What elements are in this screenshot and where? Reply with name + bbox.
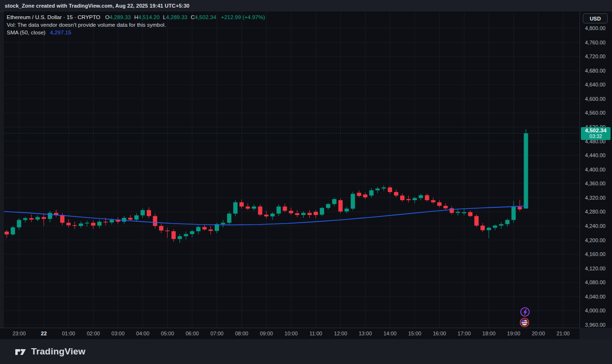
time-tick-label: 22	[41, 331, 47, 336]
candle	[314, 212, 318, 215]
candle	[512, 207, 516, 220]
candle	[17, 220, 21, 227]
candle	[196, 227, 200, 231]
candle	[264, 214, 269, 216]
candle	[357, 193, 361, 196]
time-tick-label: 15:00	[408, 331, 422, 336]
candle	[258, 206, 262, 214]
candle	[339, 200, 343, 212]
candle	[363, 194, 367, 197]
candle	[153, 216, 157, 226]
price-tick-label: 4,720.00	[580, 54, 611, 59]
candle	[42, 217, 46, 219]
symbol-description: Ethereum / U.S. Dollar · 15 · CRYPTO	[7, 14, 100, 20]
price-tick-label: 4,600.00	[580, 96, 611, 102]
ohlc-values: O4,289.33H4,514.20L4,289.33C4,502.34	[102, 14, 216, 20]
tradingview-logo[interactable]: TradingView	[14, 345, 86, 358]
candle	[443, 206, 448, 208]
candle	[375, 189, 380, 191]
sma-indicator-value: 4,297.15	[50, 30, 71, 35]
candle	[320, 208, 324, 214]
price-tick-label: 3,960.00	[580, 322, 611, 328]
candle	[147, 210, 151, 216]
volume-status-text: Vol: The data vendor doesn't provide vol…	[7, 22, 166, 28]
change-value: +212.99 (+4.97%)	[221, 14, 265, 20]
candle	[326, 204, 330, 208]
price-tick-label: 4,080.00	[580, 279, 611, 285]
candle	[122, 218, 126, 222]
price-tick-label: 4,440.00	[580, 152, 611, 158]
time-axis[interactable]: 23:002201:0002:0003:0004:0005:0006:0007:…	[0, 328, 579, 340]
candle	[462, 212, 466, 213]
candle	[66, 223, 71, 225]
tradingview-logo-text: TradingView	[31, 346, 86, 357]
price-tick-label: 4,040.00	[580, 294, 611, 300]
candle	[505, 220, 510, 224]
candle	[406, 199, 411, 200]
candle	[468, 212, 472, 216]
candle	[289, 211, 293, 213]
price-tick-label: 4,360.00	[580, 181, 611, 186]
price-tick-label: 4,240.00	[580, 223, 611, 229]
time-tick-label: 20:00	[532, 331, 545, 336]
candle	[48, 213, 52, 219]
ohlc-letter: H	[134, 14, 138, 20]
candle	[481, 225, 485, 230]
candle	[60, 215, 65, 223]
candle	[29, 218, 33, 220]
candle	[172, 231, 176, 239]
candle	[301, 213, 306, 215]
price-tick-label: 4,280.00	[580, 209, 611, 214]
candle	[487, 228, 491, 230]
price-tick-label: 4,120.00	[580, 266, 611, 271]
time-tick-label: 23:00	[12, 331, 26, 336]
time-tick-label: 13:00	[359, 331, 372, 336]
time-tick-label: 04:00	[136, 331, 150, 336]
time-tick-label: 14:00	[383, 331, 397, 336]
tradingview-logo-icon	[14, 345, 27, 358]
candle	[91, 223, 96, 225]
candle	[388, 187, 392, 192]
candle	[208, 229, 213, 231]
footer-bar: TradingView	[0, 339, 612, 364]
time-tick-label: 10:00	[284, 331, 298, 336]
candle	[184, 234, 188, 236]
price-tick-label: 4,760.00	[580, 40, 611, 45]
candle	[109, 220, 114, 222]
candle	[252, 206, 256, 208]
time-tick-label: 09:00	[260, 331, 273, 336]
price-tick-label: 4,200.00	[580, 237, 611, 243]
candlestick-chart[interactable]	[4, 11, 579, 328]
candle	[307, 213, 312, 215]
time-tick-label: 06:00	[186, 331, 199, 336]
candle	[425, 195, 429, 200]
candle	[79, 224, 83, 226]
candle	[295, 213, 299, 215]
candle	[345, 209, 349, 212]
candle	[23, 218, 27, 220]
candle	[382, 187, 386, 188]
time-tick-label: 19:00	[507, 331, 521, 336]
price-tick-label: 4,400.00	[580, 167, 611, 172]
candle	[413, 198, 417, 200]
price-tick-label: 4,560.00	[580, 110, 611, 116]
us-flag-event-icon[interactable]	[520, 318, 529, 327]
candle	[141, 210, 145, 215]
ohlc-value: 4,289.33	[166, 14, 187, 20]
candle	[474, 216, 479, 225]
candle	[351, 194, 355, 209]
lightning-event-icon[interactable]	[521, 308, 529, 316]
price-tick-label: 4,320.00	[580, 195, 611, 201]
candle	[449, 208, 454, 213]
price-axis[interactable]: USD 4,800.004,760.004,720.004,680.004,64…	[579, 11, 612, 328]
time-tick-label: 16:00	[433, 331, 446, 336]
candle	[246, 206, 250, 208]
currency-usd-button[interactable]: USD	[583, 13, 608, 23]
window-title: stock_Zone created with TradingView.com,…	[5, 3, 189, 9]
candle	[276, 206, 281, 214]
candle	[85, 223, 89, 223]
bar-countdown: 03:32	[581, 134, 611, 139]
price-tick-label: 4,680.00	[580, 68, 611, 74]
candle	[456, 212, 460, 213]
candle	[394, 192, 398, 195]
